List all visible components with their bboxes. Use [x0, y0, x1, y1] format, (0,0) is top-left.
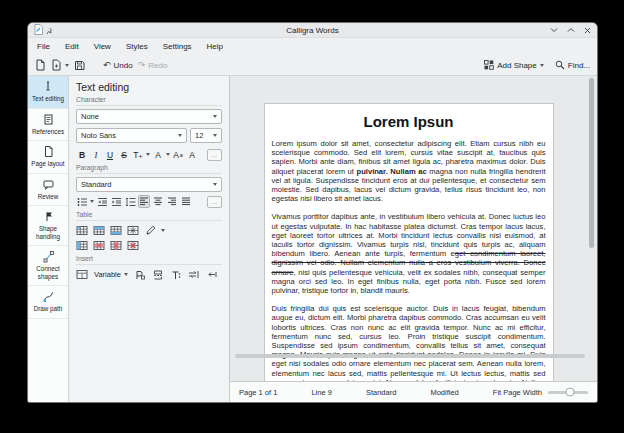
font-family-value: Noto Sans	[81, 131, 116, 140]
menu-help[interactable]: Help	[207, 42, 223, 51]
split-cells-button[interactable]	[127, 224, 139, 237]
menu-edit[interactable]: Edit	[65, 42, 79, 51]
save-button[interactable]	[74, 60, 85, 71]
pin-icon[interactable]	[46, 23, 53, 39]
font-family-select[interactable]: Noto Sans	[76, 128, 187, 143]
undo-button[interactable]: ↶ Undo	[103, 61, 133, 70]
tab-label: Shape handling	[29, 225, 67, 240]
grow-letter: A	[173, 150, 179, 160]
modified-indicator: Modified	[430, 388, 458, 397]
script-chevron-icon[interactable]	[146, 153, 150, 156]
delete-column-button[interactable]	[110, 239, 122, 252]
window-title: Calligra Words	[28, 26, 597, 35]
indent-less-button[interactable]	[96, 195, 108, 208]
character-style-select[interactable]: None	[76, 109, 222, 124]
find-button[interactable]: Find...	[555, 60, 590, 70]
page-break-button[interactable]	[152, 268, 164, 281]
insert-column-button[interactable]	[76, 239, 88, 252]
maximize-button[interactable]	[567, 27, 575, 33]
redo-button[interactable]: ↷ Redo	[138, 61, 168, 70]
titlebar[interactable]: Calligra Words	[28, 23, 597, 38]
page-indicator[interactable]: Page 1 of 1	[239, 388, 277, 397]
underline-button[interactable]: U	[104, 148, 116, 161]
align-justify-button[interactable]	[180, 195, 192, 208]
insert-row-above-button[interactable]	[93, 224, 105, 237]
add-shape-icon	[484, 60, 494, 70]
swap-direction-button[interactable]	[188, 268, 200, 281]
menubar: File Edit View Styles Settings Help	[28, 38, 597, 55]
delete-table-button[interactable]	[127, 239, 139, 252]
align-right-button[interactable]	[166, 195, 178, 208]
tab-label: Page layout	[31, 160, 64, 168]
tab-references[interactable]: References	[28, 109, 68, 142]
font-size-select[interactable]: 12	[190, 128, 222, 143]
character-more-button[interactable]: ...	[207, 149, 222, 161]
list-chevron-icon[interactable]	[90, 200, 94, 203]
paragraph[interactable]: Duis fringilla dui quis est scelerisque …	[272, 304, 546, 382]
document-paragraphs: Lorem ipsum dolor sit amet, consectetur …	[272, 139, 546, 382]
text-color-chevron-icon[interactable]	[166, 153, 170, 156]
menu-view[interactable]: View	[94, 42, 111, 51]
new-document-button[interactable]	[35, 59, 46, 71]
text-run: , nisl quis pellentesque vehicula, velit…	[272, 268, 546, 295]
font-size-value: 12	[195, 131, 203, 140]
vertical-scrollbar[interactable]	[589, 78, 594, 248]
paragraph-more-button[interactable]: ...	[207, 196, 222, 208]
insert-frame-button[interactable]	[76, 268, 88, 281]
tab-draw-path[interactable]: Draw path	[28, 286, 68, 319]
special-character-button[interactable]	[134, 268, 146, 281]
italic-button[interactable]: I	[90, 148, 102, 161]
document-page[interactable]: Lorem Ipsun Lorem ipsum dolor sit amet, …	[264, 103, 554, 382]
chevron-down-icon	[213, 183, 217, 186]
table-border-pen-button[interactable]	[144, 224, 156, 237]
menu-settings[interactable]: Settings	[163, 42, 192, 51]
document-viewport[interactable]: Lorem Ipsun Lorem ipsum dolor sit amet, …	[230, 76, 597, 382]
main-area: Text editing References Page layout Revi…	[28, 75, 597, 402]
add-shape-button[interactable]: Add Shape	[484, 60, 544, 70]
zoom-slider-handle[interactable]	[566, 388, 575, 397]
superscript-subscript-button[interactable]: T₊	[132, 148, 144, 161]
connect-shapes-icon	[42, 250, 55, 263]
zoom-slider[interactable]	[548, 391, 588, 394]
insert-table-button[interactable]	[76, 224, 88, 237]
configure-insert-button[interactable]	[206, 268, 218, 281]
paragraph-section-label: Paragraph	[76, 164, 222, 174]
bold-button[interactable]: B	[76, 148, 88, 161]
variable-select[interactable]: Variable	[94, 270, 128, 279]
redo-label: Redo	[148, 61, 167, 70]
horizontal-scrollbar[interactable]	[235, 354, 585, 358]
bullet-list-button[interactable]	[76, 195, 88, 208]
paragraph[interactable]: Vivamus porttitor dapibus ante, in vesti…	[272, 212, 546, 295]
document-title: Lorem Ipsun	[272, 113, 546, 130]
line-spacing-button[interactable]	[124, 195, 136, 208]
menu-styles[interactable]: Styles	[126, 42, 148, 51]
tab-shape-handling[interactable]: Shape handling	[28, 206, 68, 246]
open-dropdown-chevron-icon[interactable]	[65, 64, 69, 67]
delete-row-button[interactable]	[93, 239, 105, 252]
text-color-button[interactable]: A	[152, 148, 164, 161]
close-button[interactable]	[584, 27, 591, 34]
zoom-mode[interactable]: Fit Page Width	[493, 388, 542, 397]
paragraph[interactable]: Lorem ipsum dolor sit amet, consectetur …	[272, 139, 546, 203]
menu-file[interactable]: File	[37, 42, 50, 51]
border-pen-chevron-icon[interactable]	[161, 229, 165, 232]
align-left-button[interactable]	[138, 195, 150, 208]
tab-text-editing[interactable]: Text editing	[28, 76, 68, 109]
tool-tabstrip: Text editing References Page layout Revi…	[28, 76, 69, 402]
open-document-button[interactable]	[51, 59, 69, 71]
strikethrough-button[interactable]: S	[118, 148, 130, 161]
shrink-font-button[interactable]: A	[186, 148, 198, 161]
insert-text-button[interactable]	[170, 268, 182, 281]
indent-more-button[interactable]	[110, 195, 122, 208]
tab-connect-shapes[interactable]: Connect shapes	[28, 246, 68, 286]
tab-review[interactable]: Review	[28, 174, 68, 207]
minimize-button[interactable]	[550, 27, 558, 33]
insert-row-below-button[interactable]	[110, 224, 122, 237]
tab-label: Connect shapes	[29, 265, 67, 280]
style-indicator[interactable]: Standard	[366, 388, 396, 397]
grow-font-button[interactable]: Aa	[172, 148, 184, 161]
tab-page-layout[interactable]: Page layout	[28, 141, 68, 174]
align-center-button[interactable]	[152, 195, 164, 208]
character-section-label: Character	[76, 96, 222, 106]
paragraph-style-select[interactable]: Standard	[76, 177, 222, 192]
